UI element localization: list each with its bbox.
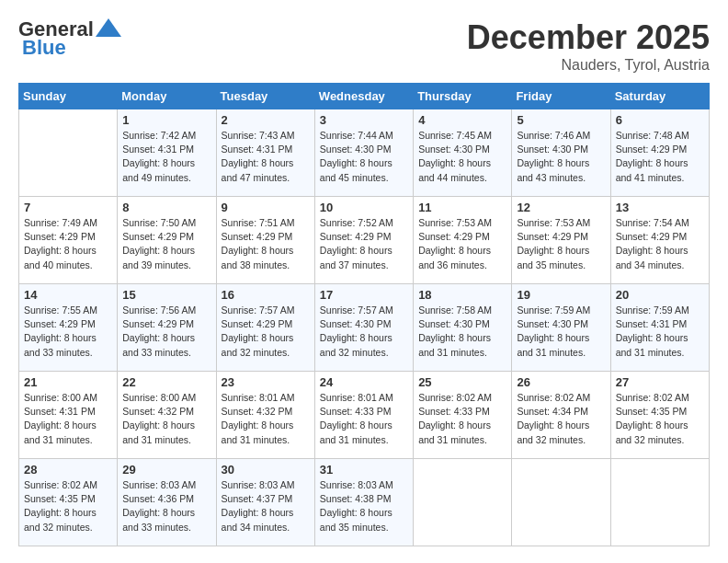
calendar-cell: 16Sunrise: 7:57 AMSunset: 4:29 PMDayligh… [216, 284, 314, 372]
day-info: Sunrise: 8:03 AMSunset: 4:37 PMDaylight:… [222, 478, 310, 534]
calendar-week-row: 7Sunrise: 7:49 AMSunset: 4:29 PMDaylight… [19, 197, 710, 284]
day-info: Sunrise: 8:02 AMSunset: 4:35 PMDaylight:… [616, 391, 704, 447]
day-info: Sunrise: 7:57 AMSunset: 4:29 PMDaylight:… [222, 304, 310, 360]
weekday-header-friday: Friday [512, 84, 610, 109]
calendar-cell: 5Sunrise: 7:46 AMSunset: 4:30 PMDaylight… [512, 109, 610, 197]
day-number: 8 [122, 201, 210, 214]
day-info: Sunrise: 7:43 AMSunset: 4:31 PMDaylight:… [222, 129, 310, 185]
day-number: 27 [616, 375, 704, 389]
day-number: 5 [517, 113, 605, 127]
day-info: Sunrise: 7:42 AMSunset: 4:31 PMDaylight:… [122, 129, 210, 185]
day-number: 25 [418, 375, 506, 389]
day-info: Sunrise: 8:03 AMSunset: 4:36 PMDaylight:… [122, 478, 210, 534]
calendar-cell: 26Sunrise: 8:02 AMSunset: 4:34 PMDayligh… [512, 372, 610, 459]
location-subtitle: Nauders, Tyrol, Austria [467, 57, 710, 74]
day-number: 2 [222, 113, 310, 127]
weekday-header-wednesday: Wednesday [314, 84, 413, 109]
day-info: Sunrise: 8:03 AMSunset: 4:38 PMDaylight:… [320, 478, 408, 534]
calendar-cell: 18Sunrise: 7:58 AMSunset: 4:30 PMDayligh… [414, 284, 512, 372]
calendar-cell [19, 109, 118, 197]
calendar-cell: 20Sunrise: 7:59 AMSunset: 4:31 PMDayligh… [610, 284, 709, 372]
day-number: 13 [616, 201, 704, 214]
day-number: 15 [122, 288, 210, 302]
day-info: Sunrise: 8:00 AMSunset: 4:31 PMDaylight:… [24, 391, 112, 447]
day-number: 12 [517, 201, 605, 214]
day-number: 16 [222, 288, 310, 302]
calendar-cell: 29Sunrise: 8:03 AMSunset: 4:36 PMDayligh… [118, 459, 216, 546]
calendar-cell: 7Sunrise: 7:49 AMSunset: 4:29 PMDaylight… [19, 197, 118, 284]
day-number: 31 [320, 463, 408, 477]
calendar-cell: 22Sunrise: 8:00 AMSunset: 4:32 PMDayligh… [118, 372, 216, 459]
calendar-cell: 31Sunrise: 8:03 AMSunset: 4:38 PMDayligh… [314, 459, 413, 546]
calendar-cell [512, 459, 610, 546]
day-number: 22 [122, 375, 210, 389]
day-number: 19 [517, 288, 605, 302]
day-number: 3 [320, 113, 408, 127]
day-number: 17 [320, 288, 408, 302]
day-info: Sunrise: 7:49 AMSunset: 4:29 PMDaylight:… [24, 216, 112, 272]
weekday-header-thursday: Thursday [414, 84, 512, 109]
calendar-table: SundayMondayTuesdayWednesdayThursdayFrid… [18, 83, 710, 546]
calendar-cell: 1Sunrise: 7:42 AMSunset: 4:31 PMDaylight… [118, 109, 216, 197]
calendar-cell: 19Sunrise: 7:59 AMSunset: 4:30 PMDayligh… [512, 284, 610, 372]
day-number: 1 [122, 113, 210, 127]
day-info: Sunrise: 8:01 AMSunset: 4:32 PMDaylight:… [222, 391, 310, 447]
day-info: Sunrise: 7:59 AMSunset: 4:30 PMDaylight:… [517, 304, 605, 360]
calendar-week-row: 21Sunrise: 8:00 AMSunset: 4:31 PMDayligh… [19, 372, 710, 459]
weekday-header-tuesday: Tuesday [216, 84, 314, 109]
day-info: Sunrise: 8:01 AMSunset: 4:33 PMDaylight:… [320, 391, 408, 447]
day-number: 7 [24, 201, 112, 214]
logo-blue-text: Blue [22, 37, 66, 59]
day-number: 10 [320, 201, 408, 214]
day-info: Sunrise: 7:55 AMSunset: 4:29 PMDaylight:… [24, 304, 112, 360]
day-info: Sunrise: 8:02 AMSunset: 4:35 PMDaylight:… [24, 478, 112, 534]
day-info: Sunrise: 7:53 AMSunset: 4:29 PMDaylight:… [418, 216, 506, 272]
calendar-cell: 6Sunrise: 7:48 AMSunset: 4:29 PMDaylight… [610, 109, 709, 197]
calendar-cell: 14Sunrise: 7:55 AMSunset: 4:29 PMDayligh… [19, 284, 118, 372]
day-number: 29 [122, 463, 210, 477]
calendar-cell: 23Sunrise: 8:01 AMSunset: 4:32 PMDayligh… [216, 372, 314, 459]
calendar-cell: 12Sunrise: 7:53 AMSunset: 4:29 PMDayligh… [512, 197, 610, 284]
day-number: 21 [24, 375, 112, 389]
day-info: Sunrise: 8:00 AMSunset: 4:32 PMDaylight:… [122, 391, 210, 447]
day-info: Sunrise: 7:57 AMSunset: 4:30 PMDaylight:… [320, 304, 408, 360]
logo: General Blue [18, 18, 121, 59]
calendar-week-row: 1Sunrise: 7:42 AMSunset: 4:31 PMDaylight… [19, 109, 710, 197]
calendar-cell: 2Sunrise: 7:43 AMSunset: 4:31 PMDaylight… [216, 109, 314, 197]
calendar-cell: 13Sunrise: 7:54 AMSunset: 4:29 PMDayligh… [610, 197, 709, 284]
day-number: 20 [616, 288, 704, 302]
day-number: 11 [418, 201, 506, 214]
day-info: Sunrise: 8:02 AMSunset: 4:33 PMDaylight:… [418, 391, 506, 447]
day-number: 9 [222, 201, 310, 214]
day-info: Sunrise: 7:54 AMSunset: 4:29 PMDaylight:… [616, 216, 704, 272]
calendar-header-row: SundayMondayTuesdayWednesdayThursdayFrid… [19, 84, 710, 109]
weekday-header-saturday: Saturday [610, 84, 709, 109]
calendar-cell: 10Sunrise: 7:52 AMSunset: 4:29 PMDayligh… [314, 197, 413, 284]
calendar-week-row: 14Sunrise: 7:55 AMSunset: 4:29 PMDayligh… [19, 284, 710, 372]
day-number: 24 [320, 375, 408, 389]
calendar-cell [610, 459, 709, 546]
calendar-cell: 28Sunrise: 8:02 AMSunset: 4:35 PMDayligh… [19, 459, 118, 546]
logo-icon [96, 18, 121, 37]
calendar-cell [414, 459, 512, 546]
calendar-week-row: 28Sunrise: 8:02 AMSunset: 4:35 PMDayligh… [19, 459, 710, 546]
day-number: 30 [222, 463, 310, 477]
calendar-cell: 25Sunrise: 8:02 AMSunset: 4:33 PMDayligh… [414, 372, 512, 459]
day-info: Sunrise: 7:59 AMSunset: 4:31 PMDaylight:… [616, 304, 704, 360]
weekday-header-monday: Monday [118, 84, 216, 109]
day-number: 18 [418, 288, 506, 302]
day-number: 4 [418, 113, 506, 127]
calendar-cell: 17Sunrise: 7:57 AMSunset: 4:30 PMDayligh… [314, 284, 413, 372]
day-info: Sunrise: 7:53 AMSunset: 4:29 PMDaylight:… [517, 216, 605, 272]
calendar-cell: 8Sunrise: 7:50 AMSunset: 4:29 PMDaylight… [118, 197, 216, 284]
day-number: 14 [24, 288, 112, 302]
day-info: Sunrise: 7:45 AMSunset: 4:30 PMDaylight:… [418, 129, 506, 185]
day-info: Sunrise: 8:02 AMSunset: 4:34 PMDaylight:… [517, 391, 605, 447]
day-info: Sunrise: 7:48 AMSunset: 4:29 PMDaylight:… [616, 129, 704, 185]
main-title: December 2025 [467, 18, 710, 57]
calendar-cell: 3Sunrise: 7:44 AMSunset: 4:30 PMDaylight… [314, 109, 413, 197]
day-info: Sunrise: 7:58 AMSunset: 4:30 PMDaylight:… [418, 304, 506, 360]
calendar-cell: 15Sunrise: 7:56 AMSunset: 4:29 PMDayligh… [118, 284, 216, 372]
day-number: 23 [222, 375, 310, 389]
day-info: Sunrise: 7:46 AMSunset: 4:30 PMDaylight:… [517, 129, 605, 185]
